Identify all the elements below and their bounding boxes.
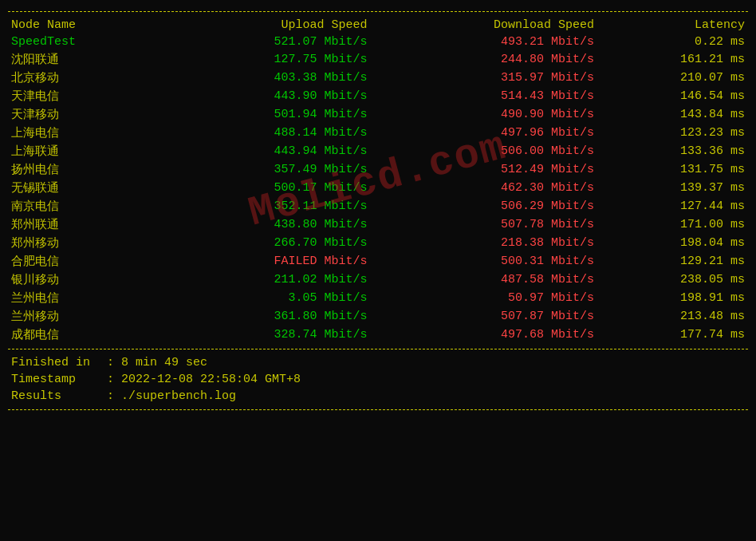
cell-latency: 143.84 ms (597, 105, 748, 124)
cell-latency: 238.05 ms (597, 270, 748, 289)
cell-latency: 146.54 ms (597, 87, 748, 105)
cell-latency: 198.91 ms (597, 289, 748, 307)
table-row: 上海联通443.94 Mbit/s506.00 Mbit/s133.36 ms (8, 142, 748, 160)
cell-upload: 403.38 Mbit/s (159, 69, 370, 87)
cell-download: 497.96 Mbit/s (370, 124, 597, 142)
cell-upload: 3.05 Mbit/s (159, 289, 370, 307)
footer-results: Results : ./superbench.log (8, 388, 748, 405)
middle-divider (8, 349, 748, 349)
table-row: 郑州联通438.80 Mbit/s507.78 Mbit/s171.00 ms (8, 215, 748, 234)
cell-node-name: 郑州移动 (8, 234, 159, 252)
cell-download: 497.68 Mbit/s (370, 326, 597, 344)
col-download-speed: Download Speed (370, 17, 597, 34)
table-row: 天津电信443.90 Mbit/s514.43 Mbit/s146.54 ms (8, 87, 748, 105)
col-node-name: Node Name (8, 17, 159, 34)
cell-latency: 139.37 ms (597, 179, 748, 197)
cell-download: 514.43 Mbit/s (370, 87, 597, 105)
results-value: : ./superbench.log (107, 389, 236, 403)
cell-download: 493.21 Mbit/s (370, 34, 597, 50)
cell-download: 507.87 Mbit/s (370, 307, 597, 326)
bottom-divider (8, 409, 748, 410)
cell-node-name: 天津移动 (8, 105, 159, 124)
cell-upload: 500.17 Mbit/s (159, 179, 370, 197)
cell-latency: 177.74 ms (597, 326, 748, 344)
cell-download: 244.80 Mbit/s (370, 50, 597, 69)
cell-node-name: 沈阳联通 (8, 50, 159, 69)
cell-download: 490.90 Mbit/s (370, 105, 597, 124)
top-divider (8, 11, 748, 12)
cell-node-name: 上海联通 (8, 142, 159, 160)
cell-upload: FAILED Mbit/s (159, 252, 370, 270)
col-upload-speed: Upload Speed (159, 17, 370, 34)
table-row: 郑州移动266.70 Mbit/s218.38 Mbit/s198.04 ms (8, 234, 748, 252)
cell-upload: 352.11 Mbit/s (159, 197, 370, 215)
table-row: 兰州电信3.05 Mbit/s50.97 Mbit/s198.91 ms (8, 289, 748, 307)
cell-upload: 266.70 Mbit/s (159, 234, 370, 252)
cell-upload: 488.14 Mbit/s (159, 124, 370, 142)
cell-download: 218.38 Mbit/s (370, 234, 597, 252)
cell-upload: 328.74 Mbit/s (159, 326, 370, 344)
cell-download: 506.00 Mbit/s (370, 142, 597, 160)
cell-node-name: SpeedTest (8, 34, 159, 50)
cell-download: 507.78 Mbit/s (370, 215, 597, 234)
cell-upload: 361.80 Mbit/s (159, 307, 370, 326)
cell-upload: 501.94 Mbit/s (159, 105, 370, 124)
footer-section: Finished in : 8 min 49 sec Timestamp : 2… (8, 354, 748, 405)
cell-upload: 443.94 Mbit/s (159, 142, 370, 160)
cell-upload: 438.80 Mbit/s (159, 215, 370, 234)
cell-node-name: 银川移动 (8, 270, 159, 289)
cell-latency: 210.07 ms (597, 69, 748, 87)
table-row: 南京电信352.11 Mbit/s506.29 Mbit/s127.44 ms (8, 197, 748, 215)
cell-node-name: 北京移动 (8, 69, 159, 87)
cell-download: 506.29 Mbit/s (370, 197, 597, 215)
finished-value: : 8 min 49 sec (107, 356, 207, 369)
table-row: 天津移动501.94 Mbit/s490.90 Mbit/s143.84 ms (8, 105, 748, 124)
cell-node-name: 扬州电信 (8, 160, 159, 179)
cell-latency: 161.21 ms (597, 50, 748, 69)
cell-latency: 129.21 ms (597, 252, 748, 270)
main-container: Molicd.com Node Name Upload Speed Downlo… (0, 0, 756, 421)
cell-latency: 0.22 ms (597, 34, 748, 50)
table-row: 合肥电信FAILED Mbit/s500.31 Mbit/s129.21 ms (8, 252, 748, 270)
cell-latency: 131.75 ms (597, 160, 748, 179)
cell-upload: 127.75 Mbit/s (159, 50, 370, 69)
table-header-row: Node Name Upload Speed Download Speed La… (8, 17, 748, 34)
cell-node-name: 成都电信 (8, 326, 159, 344)
finished-label: Finished in (11, 356, 107, 369)
cell-download: 512.49 Mbit/s (370, 160, 597, 179)
timestamp-label: Timestamp (11, 373, 107, 386)
results-label: Results (11, 389, 107, 403)
cell-upload: 357.49 Mbit/s (159, 160, 370, 179)
cell-upload: 211.02 Mbit/s (159, 270, 370, 289)
table-row: 兰州移动361.80 Mbit/s507.87 Mbit/s213.48 ms (8, 307, 748, 326)
cell-latency: 171.00 ms (597, 215, 748, 234)
footer-finished: Finished in : 8 min 49 sec (8, 354, 748, 371)
cell-latency: 133.36 ms (597, 142, 748, 160)
cell-latency: 123.23 ms (597, 124, 748, 142)
footer-timestamp: Timestamp : 2022-12-08 22:58:04 GMT+8 (8, 371, 748, 388)
table-row: 沈阳联通127.75 Mbit/s244.80 Mbit/s161.21 ms (8, 50, 748, 69)
cell-node-name: 南京电信 (8, 197, 159, 215)
cell-latency: 213.48 ms (597, 307, 748, 326)
cell-latency: 198.04 ms (597, 234, 748, 252)
cell-download: 50.97 Mbit/s (370, 289, 597, 307)
cell-download: 315.97 Mbit/s (370, 69, 597, 87)
cell-latency: 127.44 ms (597, 197, 748, 215)
cell-download: 487.58 Mbit/s (370, 270, 597, 289)
table-row: 银川移动211.02 Mbit/s487.58 Mbit/s238.05 ms (8, 270, 748, 289)
cell-node-name: 天津电信 (8, 87, 159, 105)
table-row: SpeedTest521.07 Mbit/s493.21 Mbit/s0.22 … (8, 34, 748, 50)
table-row: 北京移动403.38 Mbit/s315.97 Mbit/s210.07 ms (8, 69, 748, 87)
cell-node-name: 合肥电信 (8, 252, 159, 270)
cell-upload: 521.07 Mbit/s (159, 34, 370, 50)
cell-download: 462.30 Mbit/s (370, 179, 597, 197)
cell-node-name: 郑州联通 (8, 215, 159, 234)
table-row: 扬州电信357.49 Mbit/s512.49 Mbit/s131.75 ms (8, 160, 748, 179)
speed-table: Node Name Upload Speed Download Speed La… (8, 17, 748, 344)
table-row: 成都电信328.74 Mbit/s497.68 Mbit/s177.74 ms (8, 326, 748, 344)
cell-node-name: 无锡联通 (8, 179, 159, 197)
cell-node-name: 兰州移动 (8, 307, 159, 326)
table-row: 上海电信488.14 Mbit/s497.96 Mbit/s123.23 ms (8, 124, 748, 142)
table-row: 无锡联通500.17 Mbit/s462.30 Mbit/s139.37 ms (8, 179, 748, 197)
cell-upload: 443.90 Mbit/s (159, 87, 370, 105)
